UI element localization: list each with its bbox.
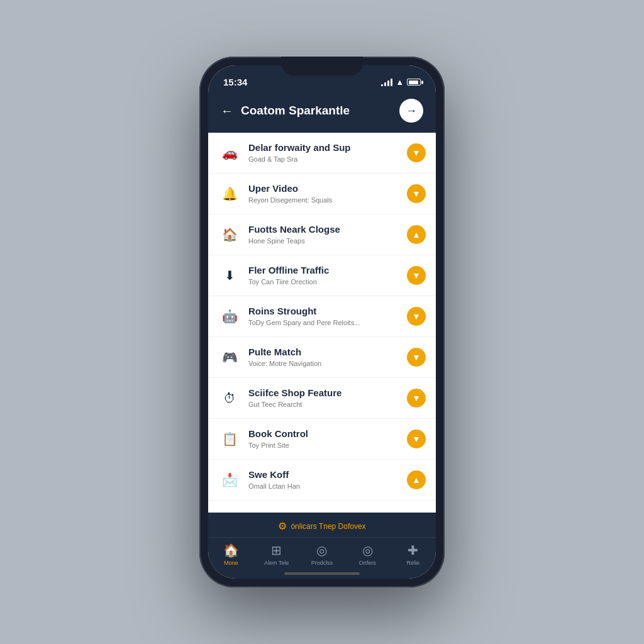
nav-icon: ⊞	[271, 543, 282, 558]
list-item-action[interactable]: ▼	[407, 430, 426, 448]
nav-icon: 🏠	[223, 543, 239, 558]
list-item-icon: 🔔	[218, 182, 241, 205]
list-item-title: Sciifce Shop Feature	[248, 387, 407, 399]
list-item-text: Swe Koff Omall Lctan Han	[248, 469, 407, 491]
nav-icon: ✚	[408, 543, 418, 558]
list-item-text: Sciifce Shop Feature Gut Teec Rearcht	[248, 387, 407, 409]
list-item-title: Uper Video	[248, 183, 407, 194]
nav-item-prodclss[interactable]: ◎ Prodclss	[304, 543, 339, 566]
battery-icon	[407, 79, 421, 86]
list-item-title: Roins Strought	[248, 306, 407, 317]
list-item-icon: 🎮	[218, 346, 241, 369]
list-item-subtitle: Voice: Motre Navigation	[248, 359, 407, 368]
list-item-icon: ⏱	[218, 387, 241, 409]
list-item-subtitle: Toy Print Site	[248, 441, 407, 450]
list-item-text: Book Control Toy Print Site	[248, 428, 407, 450]
list-item-icon: 📩	[218, 469, 241, 491]
nav-item-relie[interactable]: ✚ Relie	[396, 543, 430, 566]
wifi-icon: ▲	[396, 77, 404, 87]
bottom-nav: 🏠 Mone ⊞ Alem Tele ◎ Prodclss ◎ Onfers ✚…	[208, 538, 436, 569]
list-item-text: Roins Strought ToDy Gem Spary and Pere R…	[248, 306, 407, 327]
status-time: 15:34	[223, 77, 247, 87]
list-item-text: Uper Video Reyon Disegement: Squals	[248, 183, 407, 204]
phone-frame: 15:34 ▲ ← Coatom Sparkantle →	[199, 57, 445, 587]
list-item-icon: 🤖	[218, 305, 241, 328]
list-item[interactable]: ⬇ Fler Offline Traffic Toy Can Tiire Ore…	[208, 255, 436, 296]
list-item-action[interactable]: ▲	[407, 470, 426, 489]
list-item-action[interactable]: ▼	[407, 389, 426, 408]
list-item[interactable]: 🔔 Uper Video Reyon Disegement: Squals ▼	[208, 174, 436, 214]
notch	[281, 57, 363, 75]
list-item-title: Book Control	[248, 428, 407, 440]
nav-item-alem-tele[interactable]: ⊞ Alem Tele	[259, 543, 294, 566]
list-item-subtitle: Gut Teec Rearcht	[248, 400, 407, 409]
signal-icon	[381, 79, 392, 86]
header-title: Coatom Sparkantle	[241, 104, 399, 118]
list-item-subtitle: Reyon Disegement: Squals	[248, 196, 407, 204]
content-list: 🚗 Delar forwaity and Sup Goad & Tap Sra …	[208, 133, 436, 513]
list-item-action[interactable]: ▲	[407, 225, 426, 244]
nav-label: Relie	[406, 560, 419, 566]
nav-item-onfers[interactable]: ◎ Onfers	[350, 543, 385, 566]
list-item-title: Delar forwaity and Sup	[248, 142, 407, 153]
phone-screen: 15:34 ▲ ← Coatom Sparkantle →	[208, 65, 436, 579]
list-item-title: Pulte Match	[248, 347, 407, 358]
list-item[interactable]: 🎮 Pulte Match Voice: Motre Navigation ▼	[208, 337, 436, 378]
home-indicator	[284, 572, 360, 575]
status-icons: ▲	[381, 77, 421, 87]
list-item[interactable]: 🤖 Roins Strought ToDy Gem Spary and Pere…	[208, 296, 436, 337]
app-header: ← Coatom Sparkantle →	[208, 92, 436, 133]
list-item-text: Delar forwaity and Sup Goad & Tap Sra	[248, 142, 407, 164]
nav-label: Mone	[224, 560, 238, 566]
list-item-icon: 🏠	[218, 223, 241, 246]
list-item[interactable]: 🏠 Fuotts Neark Clogse Hone Spine Teaps ▲	[208, 214, 436, 255]
list-item-icon: 📋	[218, 428, 241, 450]
list-item[interactable]: 📋 Book Control Toy Print Site ▼	[208, 419, 436, 460]
brand-text: ónlicars Tnep Dofovex	[291, 522, 365, 531]
list-item-title: Fler Offline Traffic	[248, 265, 407, 276]
list-item-icon: ⬇	[218, 264, 241, 287]
list-item-subtitle: Omall Lctan Han	[248, 482, 407, 491]
list-item-action[interactable]: ▼	[407, 143, 426, 162]
list-item-title: Swe Koff	[248, 469, 407, 480]
list-item-subtitle: ToDy Gem Spary and Pere Reloits...	[248, 318, 407, 327]
list-item-action[interactable]: ▼	[407, 184, 426, 203]
list-item-action[interactable]: ▼	[407, 348, 426, 367]
list-item-subtitle: Hone Spine Teaps	[248, 236, 407, 245]
list-item[interactable]: ⏱ Sciifce Shop Feature Gut Teec Rearcht …	[208, 378, 436, 419]
list-item-title: Fuotts Neark Clogse	[248, 224, 407, 235]
forward-button[interactable]: →	[399, 99, 423, 123]
nav-label: Alem Tele	[264, 560, 289, 566]
list-item-action[interactable]: ▼	[407, 307, 426, 326]
back-button[interactable]: ←	[221, 104, 233, 118]
brand-icon: ⚙	[278, 520, 287, 532]
list-item-text: Pulte Match Voice: Motre Navigation	[248, 347, 407, 368]
nav-label: Onfers	[359, 560, 376, 566]
nav-icon: ◎	[362, 543, 373, 558]
list-item-subtitle: Goad & Tap Sra	[248, 155, 407, 164]
list-item-text: Fler Offline Traffic Toy Can Tiire Orect…	[248, 265, 407, 286]
list-item-icon: 🚗	[218, 142, 241, 164]
nav-icon: ◎	[316, 543, 327, 558]
list-item-text: Fuotts Neark Clogse Hone Spine Teaps	[248, 224, 407, 245]
nav-item-mone[interactable]: 🏠 Mone	[214, 543, 248, 566]
brand-bar: ⚙ ónlicars Tnep Dofovex	[208, 518, 436, 538]
list-item-subtitle: Toy Can Tiire Orection	[248, 277, 407, 286]
bottom-bar: ⚙ ónlicars Tnep Dofovex 🏠 Mone ⊞ Alem Te…	[208, 513, 436, 579]
nav-label: Prodclss	[311, 560, 333, 566]
list-item[interactable]: 📩 Swe Koff Omall Lctan Han ▲	[208, 460, 436, 501]
list-item[interactable]: 🚗 Delar forwaity and Sup Goad & Tap Sra …	[208, 133, 436, 174]
list-item-action[interactable]: ▼	[407, 266, 426, 285]
